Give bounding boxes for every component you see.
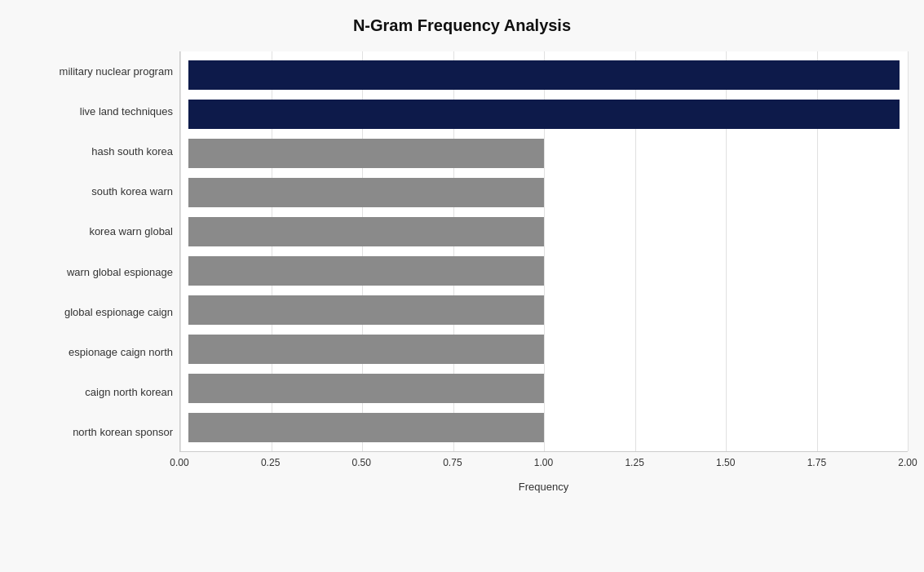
y-label: military nuclear program <box>60 66 173 77</box>
chart-title: N-Gram Frequency Analysis <box>16 16 908 35</box>
x-tick: 2.00 <box>898 457 917 468</box>
y-label: live land techniques <box>80 106 173 117</box>
y-label: korea warn global <box>89 226 173 237</box>
x-tick: 1.75 <box>807 457 826 468</box>
plot-area <box>179 51 908 452</box>
x-axis: 0.000.250.500.751.001.251.501.752.00 <box>179 452 908 458</box>
bar-military-nuclear-program <box>188 60 900 90</box>
x-tick: 0.50 <box>352 457 371 468</box>
y-labels: military nuclear programlive land techni… <box>16 51 179 452</box>
y-label: global espionage caign <box>64 307 173 317</box>
bars-section: military nuclear programlive land techni… <box>16 51 908 452</box>
x-tick: 0.75 <box>443 457 462 468</box>
y-label: north korean sponsor <box>73 427 173 437</box>
bar-row <box>188 55 900 95</box>
bar-row <box>188 134 900 173</box>
x-axis-label: Frequency <box>179 481 908 493</box>
bar-north-korean-sponsor <box>188 413 544 442</box>
y-label: warn global espionage <box>67 267 173 277</box>
x-tick: 0.00 <box>170 457 188 468</box>
x-tick: 1.00 <box>534 457 553 468</box>
bar-live-land-techniques <box>188 100 900 129</box>
bar-global-espionage-caign <box>188 295 544 325</box>
chart-container: N-Gram Frequency Analysis military nucle… <box>0 0 924 572</box>
x-tick: 0.25 <box>261 457 280 468</box>
grid-line <box>180 51 181 451</box>
grid-line <box>908 51 909 451</box>
y-label: hash south korea <box>91 146 173 157</box>
y-label: espionage caign north <box>69 347 173 357</box>
x-tick: 1.50 <box>716 457 735 468</box>
bar-hash-south-korea <box>188 139 544 168</box>
bar-espionage-caign-north <box>188 335 544 364</box>
bar-caign-north-korean <box>188 374 544 403</box>
bar-row <box>188 173 900 212</box>
bar-warn-global-espionage <box>188 256 544 286</box>
bar-row <box>188 290 900 330</box>
bar-row <box>188 408 900 447</box>
bar-korea-warn-global <box>188 217 544 246</box>
bar-row <box>188 251 900 290</box>
y-label: south korea warn <box>91 186 173 197</box>
y-label: caign north korean <box>85 387 173 397</box>
bar-row <box>188 212 900 251</box>
bar-row <box>188 95 900 134</box>
bar-row <box>188 369 900 408</box>
chart-area: military nuclear programlive land techni… <box>16 51 908 493</box>
bar-row <box>188 330 900 369</box>
x-tick: 1.25 <box>625 457 643 468</box>
bar-south-korea-warn <box>188 178 544 207</box>
